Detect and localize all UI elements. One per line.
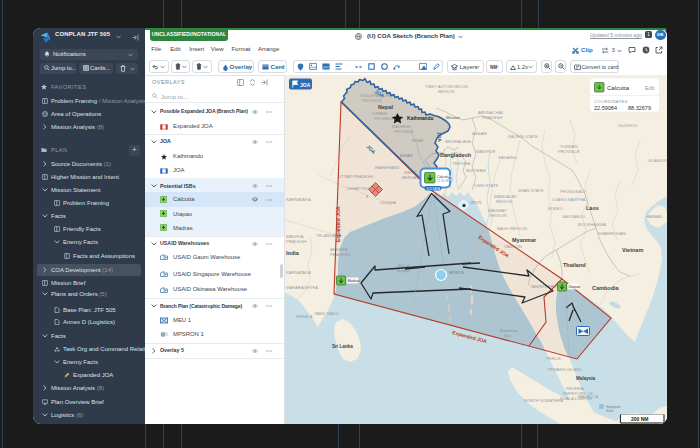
svg-text:GUANGXI: GUANGXI xyxy=(648,158,667,163)
svg-text:MALACCA: MALACCA xyxy=(578,394,598,399)
svg-text:KHAMMOUAN: KHAMMOUAN xyxy=(598,231,626,236)
svg-text:Calcutta: Calcutta xyxy=(607,85,630,91)
svg-text:Thailand: Thailand xyxy=(563,262,586,268)
svg-text:Cambodia: Cambodia xyxy=(592,285,620,291)
svg-text:MAHARASHTRA: MAHARASHTRA xyxy=(286,285,318,290)
svg-text:BOKEO: BOKEO xyxy=(548,206,564,211)
svg-text:Kathmandu: Kathmandu xyxy=(407,116,433,121)
svg-text:CHIN STATE: CHIN STATE xyxy=(474,183,498,188)
svg-text:22.59084: 22.59084 xyxy=(594,105,617,111)
svg-text:PERLIS: PERLIS xyxy=(546,356,561,361)
svg-text:REGION: REGION xyxy=(490,213,507,218)
svg-text:BAGO REGION: BAGO REGION xyxy=(497,226,527,231)
svg-text:Laos: Laos xyxy=(586,205,599,211)
svg-text:KERALA: KERALA xyxy=(296,314,313,319)
svg-text:PROVINCE: PROVINCE xyxy=(558,149,580,154)
svg-text:HAINAN: HAINAN xyxy=(646,214,662,219)
svg-text:Sri Lanka: Sri Lanka xyxy=(332,344,353,349)
svg-text:200 NM: 200 NM xyxy=(631,416,649,422)
svg-text:Vietnam: Vietnam xyxy=(622,247,643,253)
svg-text:PRADESH: PRADESH xyxy=(482,115,502,120)
svg-text:LUANG NAMTHA: LUANG NAMTHA xyxy=(552,197,585,202)
svg-text:Strait: Strait xyxy=(606,409,614,413)
svg-text:KARNATAKA: KARNATAKA xyxy=(286,270,311,275)
svg-text:Expanded JOA: Expanded JOA xyxy=(335,206,341,242)
svg-text:CPX-75: CPX-75 xyxy=(470,201,481,205)
svg-text:BOLIKHAMSAI: BOLIKHAMSAI xyxy=(578,222,606,227)
svg-text:Utapao: Utapao xyxy=(569,285,581,289)
svg-text:KOLKATA: KOLKATA xyxy=(427,187,440,191)
svg-text:PHONGSALY: PHONGSALY xyxy=(560,189,586,194)
svg-text:MIZORAM: MIZORAM xyxy=(466,168,486,173)
svg-text:KARNATAKA: KARNATAKA xyxy=(286,197,311,202)
svg-text:REGION: REGION xyxy=(438,89,455,94)
svg-text:India: India xyxy=(286,250,300,256)
svg-text:JOA: JOA xyxy=(300,82,311,88)
svg-text:REGION: REGION xyxy=(496,199,513,204)
svg-text:Bangladesh: Bangladesh xyxy=(440,152,472,158)
svg-text:MPSRON: MPSRON xyxy=(449,271,464,275)
svg-text:Madras: Madras xyxy=(348,279,360,283)
svg-text:Bhutan: Bhutan xyxy=(446,115,460,120)
svg-text:COORDINATES: COORDINATES xyxy=(594,99,628,104)
svg-text:88.32679: 88.32679 xyxy=(628,105,651,111)
svg-text:3: 3 xyxy=(366,195,368,199)
svg-text:KACHIN STATE: KACHIN STATE xyxy=(508,134,538,139)
svg-text:Edit: Edit xyxy=(645,85,655,91)
svg-text:SAGYABULI: SAGYABULI xyxy=(562,214,585,219)
svg-text:TRIPURA: TRIPURA xyxy=(452,161,471,166)
svg-text:SAGAING: SAGAING xyxy=(498,155,517,160)
svg-text:MANIPUR: MANIPUR xyxy=(476,149,495,154)
svg-text:NORTH SUMATERA: NORTH SUMATERA xyxy=(524,398,563,403)
svg-text:MEGHALAYA: MEGHALAYA xyxy=(445,139,471,144)
svg-text:Myanmar: Myanmar xyxy=(512,237,537,243)
svg-text:ASSAM: ASSAM xyxy=(472,131,487,136)
svg-text:Malaysia: Malaysia xyxy=(576,376,596,381)
svg-text:PENANG ISLAND: PENANG ISLAND xyxy=(548,367,582,372)
svg-text:TAMIL NADU: TAMIL NADU xyxy=(314,311,339,316)
svg-text:PRADESH: PRADESH xyxy=(286,239,306,244)
svg-text:SHAN STATE: SHAN STATE xyxy=(518,188,544,193)
svg-text:GUIZHOU: GUIZHOU xyxy=(618,123,637,128)
